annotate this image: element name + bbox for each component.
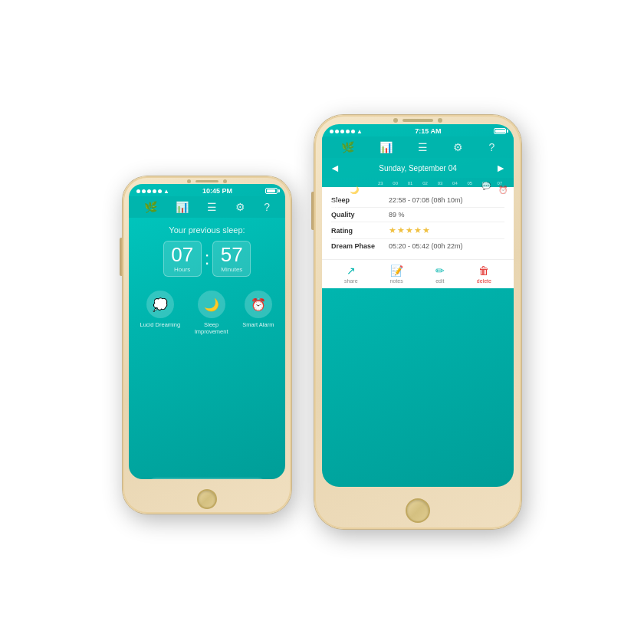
action-delete[interactable]: 🗑 delete (477, 264, 491, 284)
previous-sleep-label: Your previous sleep: (169, 225, 245, 235)
x-label-01: 01 (404, 181, 416, 186)
battery-icon-left (265, 188, 278, 194)
notes-icon: 📝 (390, 264, 403, 277)
share-label: share (344, 278, 358, 284)
x-label-05: 05 (464, 181, 476, 186)
signal-left: ▲ (136, 188, 169, 195)
stat-quality: Quality 89 % (331, 208, 504, 222)
nav-bar-right: 🌿 📊 ☰ ⚙ ? (322, 136, 514, 158)
x-label-07: 07 (494, 181, 506, 186)
date-text: Sunday, September 04 (379, 164, 457, 172)
smart-alarm-label: Smart Alarm (242, 321, 274, 328)
home-button-right[interactable] (406, 498, 430, 523)
edit-label: edit (435, 278, 444, 284)
x-label-04: 04 (449, 181, 461, 186)
alarm-chart-icon: ⏰ (498, 186, 508, 194)
nav-home-right[interactable]: 🌿 (341, 141, 354, 153)
moon-chart-icon: 🌙 (350, 186, 359, 194)
stat-dream-phase: Dream Phase 05:20 - 05:42 (00h 22m) (331, 239, 504, 253)
minutes-label: Minutes (219, 266, 244, 273)
camera-right (393, 118, 398, 123)
nav-help-left[interactable]: ? (264, 201, 270, 213)
delete-label: delete (477, 278, 491, 284)
sensor-right (438, 118, 442, 123)
nav-stats-right[interactable]: 📊 (380, 141, 393, 153)
nav-settings-right[interactable]: ⚙ (453, 141, 463, 153)
x-label-02: 02 (419, 181, 431, 186)
stat-dream-label: Dream Phase (331, 242, 389, 250)
action-edit[interactable]: ✏ edit (435, 264, 445, 284)
star-5: ★ (422, 225, 430, 235)
scene: ▲ 10:45 PM 🌿 📊 ☰ ⚙ ? Your previous s (0, 0, 644, 644)
home-button-left[interactable] (197, 489, 217, 509)
left-screen-content: Your previous sleep: 07 Hours : 57 Minut… (129, 218, 285, 479)
date-nav: ◄ Sunday, September 04 ► (322, 158, 514, 178)
time-right: 7:15 AM (415, 127, 441, 135)
nav-settings-left[interactable]: ⚙ (235, 201, 245, 213)
slide-bar[interactable]: › slide and sleep! (146, 478, 268, 479)
phone-right-top (393, 118, 442, 123)
x-label-00: 00 (389, 181, 401, 186)
hours-label: Hours (170, 266, 195, 273)
stat-sleep: Sleep 22:58 - 07:08 (08h 10m) (331, 193, 504, 208)
chart-x-labels: 23 00 01 02 03 04 05 06 07 (374, 181, 506, 186)
lucid-dreaming-label: Lucid Dreaming (140, 321, 181, 328)
speaker-right (402, 119, 433, 122)
status-bar-left: ▲ 10:45 PM (129, 184, 285, 196)
phone-left-top (187, 179, 227, 183)
stat-quality-value: 89 % (389, 211, 405, 219)
sensor-left (223, 179, 227, 183)
phone-left-screen: ▲ 10:45 PM 🌿 📊 ☰ ⚙ ? Your previous s (129, 184, 285, 479)
action-notes[interactable]: 📝 notes (390, 264, 403, 284)
battery-right (494, 128, 506, 134)
wifi-icon-left: ▲ (163, 188, 169, 195)
time-left: 10:45 PM (202, 187, 232, 195)
camera-left (187, 179, 191, 183)
nav-bar-left: 🌿 📊 ☰ ⚙ ? (129, 196, 285, 218)
nav-list-left[interactable]: ☰ (207, 201, 217, 213)
stats-area: Sleep 22:58 - 07:08 (08h 10m) Quality 89… (322, 187, 514, 259)
smart-alarm-icon: ⏰ (245, 291, 272, 318)
stars-display: ★ ★ ★ ★ ★ (389, 225, 430, 235)
date-next-arrow[interactable]: ► (495, 162, 506, 174)
share-icon: ↗ (347, 264, 356, 277)
delete-icon: 🗑 (478, 264, 489, 277)
stat-rating-label: Rating (331, 227, 389, 235)
x-label-06: 06 (478, 181, 491, 186)
feature-sleep-improvement[interactable]: 🌙 Sleep Improvement (190, 291, 232, 335)
date-prev-arrow[interactable]: ◄ (330, 162, 340, 174)
time-display: 07 Hours : 57 Minutes (163, 241, 251, 277)
signal-right: ▲ (330, 128, 363, 135)
sleep-improvement-label: Sleep Improvement (190, 321, 232, 335)
stat-dream-value: 05:20 - 05:42 (00h 22m) (389, 242, 463, 250)
feature-smart-alarm[interactable]: ⏰ Smart Alarm (242, 291, 274, 335)
nav-list-right[interactable]: ☰ (418, 141, 428, 153)
time-colon: : (205, 248, 210, 269)
star-3: ★ (406, 225, 413, 235)
y-label-awake: Awake (325, 187, 340, 192)
minutes-box: 57 Minutes (212, 241, 251, 277)
nav-home-left[interactable]: 🌿 (144, 201, 157, 213)
feature-lucid-dreaming[interactable]: 💭 Lucid Dreaming (140, 291, 181, 335)
x-label-03: 03 (434, 181, 446, 186)
star-2: ★ (397, 225, 405, 235)
chart-area: 🌙 ⏰ 💬 Awake REM Sleep Deep-Sleep (322, 178, 514, 187)
nav-stats-left[interactable]: 📊 (176, 201, 189, 213)
phone-left: ▲ 10:45 PM 🌿 📊 ☰ ⚙ ? Your previous s (123, 176, 291, 514)
features-row: 💭 Lucid Dreaming 🌙 Sleep Improvement ⏰ S… (135, 291, 279, 335)
lucid-dreaming-icon: 💭 (146, 291, 174, 318)
y-label-sleep: Sleep (325, 198, 340, 203)
stat-sleep-value: 22:58 - 07:08 (08h 10m) (389, 196, 463, 204)
bottom-actions: ↗ share 📝 notes ✏ edit 🗑 delete (322, 259, 514, 288)
hours-number: 07 (170, 245, 195, 264)
x-label-23: 23 (374, 181, 386, 186)
phone-right-screen: ▲ 7:15 AM 🌿 📊 ☰ ⚙ ? ◄ Sunday (322, 124, 514, 487)
hours-box: 07 Hours (163, 241, 202, 277)
battery-left (265, 188, 278, 194)
status-bar-right: ▲ 7:15 AM (322, 124, 514, 136)
star-4: ★ (414, 225, 422, 235)
action-share[interactable]: ↗ share (344, 264, 358, 284)
nav-help-right[interactable]: ? (489, 141, 495, 153)
phone-right: ▲ 7:15 AM 🌿 📊 ☰ ⚙ ? ◄ Sunday (314, 115, 521, 529)
battery-icon-right (494, 128, 506, 134)
